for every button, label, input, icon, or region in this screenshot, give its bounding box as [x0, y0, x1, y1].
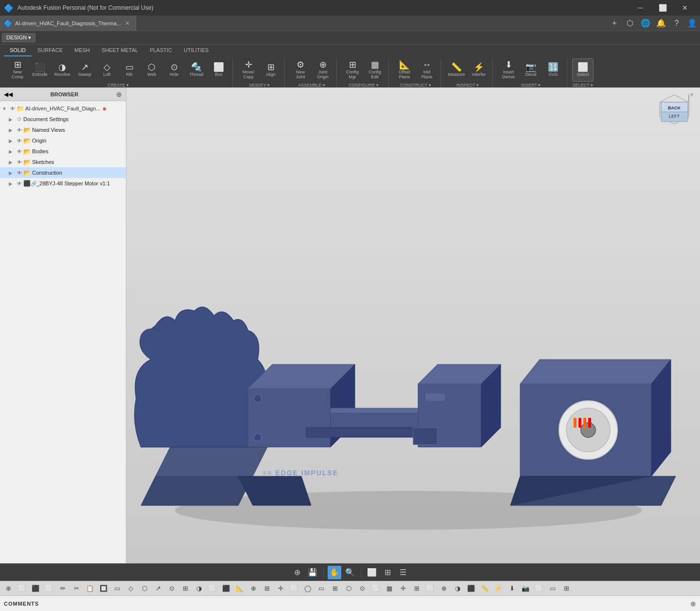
online-button[interactable]: 🌐	[638, 16, 653, 31]
bi-btn-14[interactable]: ⊞	[179, 582, 192, 595]
bi-btn-20[interactable]: ⊞	[261, 582, 273, 595]
bi-btn-32[interactable]: ⬜	[424, 582, 437, 595]
new-component-button[interactable]: ⊞ NewComp	[7, 58, 28, 82]
bi-btn-15[interactable]: ◑	[192, 582, 205, 595]
bi-btn-21[interactable]: ✛	[274, 582, 287, 595]
tab-plastic[interactable]: PLASTIC	[144, 45, 178, 56]
close-button[interactable]: ✕	[674, 0, 696, 16]
bi-btn-3[interactable]: ⬛	[29, 582, 42, 595]
insert-btn1[interactable]: ⬇ InsertDerive	[498, 58, 519, 82]
revolve-button[interactable]: ◑ Revolve	[52, 58, 73, 82]
bi-btn-7[interactable]: 📋	[84, 582, 96, 595]
expand-bodies[interactable]: ▶	[9, 149, 16, 154]
bi-btn-2[interactable]: ⬜	[16, 582, 28, 595]
bi-btn-4[interactable]: ⬜	[43, 582, 55, 595]
file-tab[interactable]: 🔷 AI-driven_HVAC_Fault_Diagnosis_Thermal…	[0, 16, 136, 31]
extrude-button[interactable]: ⬛ Extrude	[29, 58, 51, 82]
bi-btn-29[interactable]: ▦	[383, 582, 396, 595]
bi-btn-12[interactable]: ↗	[152, 582, 164, 595]
bi-btn-9[interactable]: ▭	[111, 582, 123, 595]
sweep-button[interactable]: ↗ Sweep	[74, 58, 95, 82]
bi-btn-19[interactable]: ⊕	[247, 582, 260, 595]
tree-item-origin[interactable]: ▶ 👁 📂 Origin	[0, 135, 126, 146]
viewport[interactable]: BACK LEFT Y	[126, 88, 700, 563]
vis-origin[interactable]: 👁	[16, 138, 23, 144]
bi-btn-25[interactable]: ⊞	[329, 582, 341, 595]
bi-btn-36[interactable]: 📏	[478, 582, 491, 595]
tree-item-sketches[interactable]: ▶ 👁 📂 Sketches	[0, 157, 126, 167]
nav-pan-button[interactable]: ✋	[328, 566, 341, 579]
tree-item-construction[interactable]: ▶ 👁 📂 Construction	[0, 167, 126, 178]
tree-item-doc-settings[interactable]: ▶ ⚙ Document Settings	[0, 114, 126, 125]
tree-item-bodies[interactable]: ▶ 👁 📂 Bodies	[0, 146, 126, 157]
expand-origin[interactable]: ▶	[9, 138, 16, 144]
bi-btn-34[interactable]: ◑	[451, 582, 464, 595]
expand-doc-settings[interactable]: ▶	[9, 117, 16, 122]
tab-sheet-metal[interactable]: SHEET METAL	[96, 45, 144, 56]
vis-bodies[interactable]: 👁	[16, 149, 23, 154]
maximize-button[interactable]: ⬜	[651, 0, 674, 16]
inspect-btn2[interactable]: ⚡ Interfer	[468, 58, 490, 82]
comments-expand-icon[interactable]: ⊕	[690, 600, 696, 608]
bi-btn-31[interactable]: ⊞	[410, 582, 423, 595]
bi-btn-30[interactable]: ✛	[397, 582, 409, 595]
tab-mesh[interactable]: MESH	[69, 45, 96, 56]
assemble-btn1[interactable]: ⚙ NewJoint	[290, 58, 311, 82]
web-button[interactable]: ⬡ Web	[141, 58, 162, 82]
vis-construction[interactable]: 👁	[16, 170, 23, 176]
bi-btn-10[interactable]: ◇	[124, 582, 137, 595]
inspect-btn1[interactable]: 📏 Measure	[446, 58, 467, 82]
vis-icon[interactable]: 👁	[9, 106, 17, 111]
bi-btn-35[interactable]: ⬛	[465, 582, 477, 595]
bi-btn-16[interactable]: ⬜	[206, 582, 219, 595]
minimize-button[interactable]: ─	[629, 0, 651, 16]
help-button[interactable]: ?	[669, 16, 684, 31]
construct-btn1[interactable]: 📐 OffsetPlane	[394, 58, 415, 82]
design-mode-button[interactable]: DESIGN ▾	[2, 33, 35, 42]
bi-btn-40[interactable]: ⬜	[533, 582, 545, 595]
align-button[interactable]: ⊞ Align	[260, 58, 281, 82]
vis-motor[interactable]: 👁	[16, 181, 23, 186]
hole-button[interactable]: ⊙ Hole	[163, 58, 185, 82]
assemble-btn2[interactable]: ⊕ JointOrigin	[312, 58, 333, 82]
configure-btn2[interactable]: ▦ ConfigEdit	[364, 58, 385, 82]
nav-display-button[interactable]: ⬜	[365, 566, 379, 579]
bi-btn-17[interactable]: ⬛	[220, 582, 232, 595]
rib-button[interactable]: ▭ Rib	[119, 58, 140, 82]
bi-btn-8[interactable]: 🔲	[97, 582, 110, 595]
tree-item-root[interactable]: ▼ 👁 📁 AI-driven_HVAC_Fault_Diagn... ⏺	[0, 103, 126, 114]
expand-motor[interactable]: ▶	[9, 181, 16, 186]
bi-btn-13[interactable]: ⊙	[165, 582, 178, 595]
tree-item-named-views[interactable]: ▶ 👁 📂 Named Views	[0, 125, 126, 135]
bi-btn-38[interactable]: ⬇	[506, 582, 518, 595]
bi-btn-39[interactable]: 📷	[519, 582, 532, 595]
bi-btn-23[interactable]: ◯	[301, 582, 314, 595]
configure-btn1[interactable]: ⊞ ConfigMgr	[342, 58, 363, 82]
insert-btn3[interactable]: 🔢 SVG	[542, 58, 564, 82]
window-controls[interactable]: ─ ⬜ ✕	[629, 0, 696, 16]
nav-grid-button[interactable]: ⊞	[381, 566, 394, 579]
browser-options-icon[interactable]: ⊕	[116, 90, 122, 98]
bi-btn-1[interactable]: ⊕	[2, 582, 15, 595]
box-button[interactable]: ⬜ Box	[208, 58, 229, 82]
expand-construction[interactable]: ▶	[9, 170, 16, 176]
vis-doc-icon[interactable]: ⚙	[16, 116, 23, 123]
user-button[interactable]: 👤	[684, 16, 700, 31]
nav-display2-button[interactable]: ☰	[396, 566, 410, 579]
insert-btn2[interactable]: 📷 Decal	[520, 58, 542, 82]
nav-save-button[interactable]: 💾	[306, 566, 319, 579]
bi-btn-42[interactable]: ⊞	[560, 582, 573, 595]
bi-btn-26[interactable]: ⬡	[342, 582, 355, 595]
expand-named-views[interactable]: ▶	[9, 127, 16, 133]
extensions-button[interactable]: ⬡	[622, 16, 638, 31]
vis-named-views[interactable]: 👁	[16, 127, 23, 133]
move-button[interactable]: ✛ Move/Copy	[238, 58, 259, 82]
vis-sketches[interactable]: 👁	[16, 160, 23, 165]
bi-btn-6[interactable]: ✂	[70, 582, 83, 595]
construct-btn2[interactable]: ↔ MidPlane	[416, 58, 438, 82]
nav-origin-button[interactable]: ⊕	[290, 566, 304, 579]
expand-icon[interactable]: ▼	[2, 106, 9, 111]
bi-btn-27[interactable]: ⊙	[356, 582, 368, 595]
tab-surface[interactable]: SURFACE	[32, 45, 69, 56]
expand-sketches[interactable]: ▶	[9, 160, 16, 165]
